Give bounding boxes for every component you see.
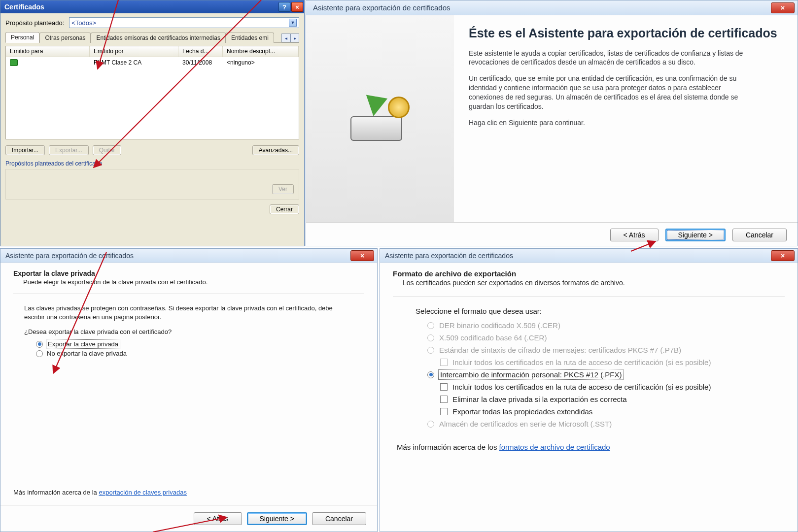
next-button[interactable]: Siguiente > <box>665 229 726 241</box>
wizard-paragraph-3: Haga clic en Siguiente para continuar. <box>469 118 745 128</box>
intended-purpose-label: Propósito planteado: <box>5 19 64 27</box>
option-der-label: DER binario codificado X.509 (.CER) <box>439 321 560 330</box>
close-button[interactable]: × <box>771 250 795 261</box>
checkbox-icon <box>440 359 448 366</box>
col-expiration[interactable]: Fecha d... <box>178 46 223 57</box>
col-issued-by[interactable]: Emitido por <box>90 46 178 57</box>
option-base64-label: X.509 codificado base 64 (.CER) <box>439 333 547 342</box>
question-text: ¿Desea exportar la clave privada con el … <box>24 328 364 335</box>
wizard-titlebar: Asistente para exportación de certificad… <box>0 249 377 263</box>
export-button[interactable]: Exportar... <box>49 145 89 155</box>
radio-icon <box>427 322 434 329</box>
intended-purpose-value: <Todos> <box>71 19 96 27</box>
tab-other-people[interactable]: Otras personas <box>39 33 91 43</box>
wizard-titlebar: Asistente para exportación de certificad… <box>380 249 798 263</box>
option-sst: Almacén de certificados en serie de Micr… <box>427 420 785 428</box>
wizard-title: Asistente para exportación de certificad… <box>313 3 451 12</box>
more-info-prefix: Más información acerca de los <box>397 443 499 451</box>
col-issued-to[interactable]: Emitido para <box>6 46 90 57</box>
more-info-link[interactable]: exportación de claves privadas <box>99 489 187 496</box>
option-der: DER binario codificado X.509 (.CER) <box>427 321 785 330</box>
wizard-title: Asistente para exportación de certificad… <box>5 252 134 260</box>
more-info-row: Más información acerca de la exportación… <box>13 489 187 496</box>
radio-icon <box>427 421 434 428</box>
certificates-titlebar: Certificados ? × <box>0 0 304 13</box>
remove-button[interactable]: Quitar <box>93 145 122 155</box>
view-button[interactable]: Ver <box>272 184 294 194</box>
certificate-purposes-label: Propósitos planteados del certificado <box>5 160 299 167</box>
option-p7b-include-chain: Incluir todos los certificados en la rut… <box>440 358 785 366</box>
intended-purpose-select[interactable]: <Todos> ▼ <box>69 17 299 28</box>
page-heading: Formato de archivo de exportación <box>393 269 785 278</box>
page-subheading: Puede elegir la exportación de la clave … <box>23 278 364 286</box>
tab-personal[interactable]: Personal <box>5 32 39 43</box>
wizard-titlebar: Asistente para exportación de certificad… <box>306 0 798 15</box>
col-friendly-name[interactable]: Nombre descript... <box>223 46 299 57</box>
section-label: Seleccione el formato que desea usar: <box>416 307 785 315</box>
explanation-text: Las claves privadas se protegen con cont… <box>24 304 340 321</box>
radio-icon <box>36 341 43 348</box>
export-wizard-file-format: Asistente para exportación de certificad… <box>380 248 798 532</box>
divider <box>393 297 785 297</box>
next-button[interactable]: Siguiente > <box>247 512 307 525</box>
option-no-export-key[interactable]: No exportar la clave privada <box>36 350 364 357</box>
option-export-key-label: Exportar la clave privada <box>47 340 119 348</box>
certificate-seal-icon <box>388 97 410 118</box>
option-pfx-label: Intercambio de información personal: PKC… <box>439 370 623 379</box>
export-wizard-welcome: Asistente para exportación de certificad… <box>306 0 798 246</box>
help-button[interactable]: ? <box>278 2 290 12</box>
certificate-purposes-box: Ver <box>5 169 299 200</box>
cancel-button[interactable]: Cancelar <box>732 229 787 241</box>
dropdown-icon: ▼ <box>289 19 297 27</box>
option-export-key[interactable]: Exportar la clave privada <box>36 340 364 348</box>
certificates-title: Certificados <box>4 3 44 11</box>
certificates-table: Emitido para Emitido por Fecha d... Nomb… <box>5 46 299 139</box>
option-pfx-extended-props[interactable]: Exportar todas las propiedades extendida… <box>440 407 785 416</box>
cell-issued-by: FNMT Clase 2 CA <box>90 59 178 66</box>
cell-friendly-name: <ninguno> <box>223 59 299 66</box>
tab-scroll-left[interactable]: ◂ <box>281 33 290 42</box>
more-info-row: Más información acerca de los formatos d… <box>397 443 785 451</box>
certificate-icon <box>10 59 18 66</box>
wizard-heading: Éste es el Asistente para exportación de… <box>469 26 780 41</box>
option-pfx-include-chain-label: Incluir todos los certificados en la rut… <box>452 383 711 391</box>
option-base64: X.509 codificado base 64 (.CER) <box>427 333 785 342</box>
certificates-dialog: Certificados ? × Propósito planteado: <T… <box>0 0 305 246</box>
close-button[interactable]: × <box>350 250 374 261</box>
more-info-prefix: Más información acerca de la <box>13 489 99 496</box>
checkbox-icon <box>440 408 448 415</box>
export-wizard-private-key: Asistente para exportación de certificad… <box>0 248 378 532</box>
divider <box>13 294 364 294</box>
tab-root-ca-truncated[interactable]: Entidades emi <box>226 33 274 43</box>
wizard-paragraph-2: Un certificado, que se emite por una ent… <box>469 74 745 111</box>
radio-icon <box>427 347 434 354</box>
wizard-paragraph-1: Este asistente le ayuda a copiar certifi… <box>469 49 745 67</box>
more-info-link[interactable]: formatos de archivo de certificado <box>499 443 610 451</box>
wizard-title: Asistente para exportación de certificad… <box>385 252 513 260</box>
tab-scroll-right[interactable]: ▸ <box>290 33 299 42</box>
checkbox-icon <box>440 383 448 391</box>
option-sst-label: Almacén de certificados en serie de Micr… <box>439 420 612 428</box>
radio-icon <box>427 371 434 378</box>
option-pfx[interactable]: Intercambio de información personal: PKC… <box>427 370 785 379</box>
option-pfx-include-chain[interactable]: Incluir todos los certificados en la rut… <box>440 383 785 391</box>
option-pfx-extended-props-label: Exportar todas las propiedades extendida… <box>452 407 592 416</box>
close-button[interactable]: × <box>771 2 795 13</box>
tab-intermediate-ca[interactable]: Entidades emisoras de certificados inter… <box>91 33 225 43</box>
close-button[interactable]: × <box>291 2 303 12</box>
import-button[interactable]: Importar... <box>5 145 45 155</box>
checkbox-icon <box>440 396 448 403</box>
cell-expiration: 30/11/2008 <box>178 59 223 66</box>
wizard-icon <box>350 97 410 141</box>
close-dialog-button[interactable]: Cerrar <box>270 204 299 214</box>
option-p7b-include-chain-label: Incluir todos los certificados en la rut… <box>452 358 711 366</box>
back-button[interactable]: < Atrás <box>194 512 242 525</box>
back-button[interactable]: < Atrás <box>610 229 659 241</box>
option-p7b-label: Estándar de sintaxis de cifrado de mensa… <box>439 346 681 354</box>
certificates-tabstrip: Personal Otras personas Entidades emisor… <box>5 31 299 43</box>
cancel-button[interactable]: Cancelar <box>312 512 366 525</box>
option-pfx-delete-key[interactable]: Eliminar la clave privada si la exportac… <box>440 395 785 403</box>
certificate-row[interactable]: FNMT Clase 2 CA 30/11/2008 <ninguno> <box>6 57 299 68</box>
advanced-button[interactable]: Avanzadas... <box>252 145 299 155</box>
page-subheading: Los certificados pueden ser exportados e… <box>403 279 785 287</box>
